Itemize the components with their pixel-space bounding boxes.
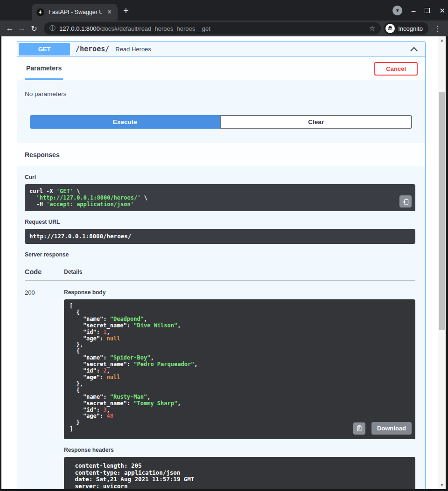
response-table-header: Code Details [25,262,415,281]
no-parameters-text: No parameters [17,80,425,115]
response-body-actions: Download [353,422,412,435]
download-button[interactable]: Download [371,422,412,435]
url-bar[interactable]: ⓘ 127.0.0.1:8000/docs#/default/read_hero… [44,22,381,35]
incognito-label: Incognito [398,25,423,32]
chevron-up-icon[interactable] [409,45,419,53]
server-response-label: Server response [25,251,415,258]
swagger-page: GET /heroes/ Read Heroes Parameters Canc… [1,36,438,489]
endpoint-path: /heroes/ [76,45,109,53]
response-row-200: 200 Response body [ { "name": "Deadpond"… [25,288,415,489]
maximize-button[interactable] [425,8,430,13]
curl-command-text: curl -X 'GET' \ 'http://127.0.0.1:8000/h… [29,188,411,207]
response-headers-text: content-length: 205 content-type: applic… [71,463,408,489]
tab-close-icon[interactable]: × [106,8,113,16]
response-headers-block: content-length: 205 content-type: applic… [64,457,415,489]
responses-header-row: Responses [17,143,425,166]
response-headers-label: Response headers [64,447,415,453]
back-button[interactable]: ← [4,24,16,33]
browser-toolbar: ← → ↻ ⓘ 127.0.0.1:8000/docs#/default/rea… [0,21,448,36]
response-body-label: Response body [64,289,415,296]
scroll-up-icon[interactable]: ▲ [438,38,446,42]
request-url-text: http://127.0.0.1:8000/heroes/ [29,233,411,240]
opblock-summary[interactable]: GET /heroes/ Read Heroes [17,41,425,57]
response-body-json: [ { "name": "Deadpond", "secret_name": "… [70,303,410,433]
request-url-label: Request URL [25,219,415,225]
parameters-header-row: Parameters Cancel [17,57,425,80]
responses-title: Responses [25,151,60,159]
curl-label: Curl [25,174,415,180]
execute-row: Execute Clear [17,115,425,129]
opblock-get-heroes: GET /heroes/ Read Heroes Parameters Canc… [17,41,426,489]
endpoint-summary: Read Heroes [115,46,151,53]
copy-response-button[interactable] [353,422,365,435]
clear-button[interactable]: Clear [220,115,413,129]
curl-command-block: curl -X 'GET' \ 'http://127.0.0.1:8000/h… [25,184,415,211]
window-controls: ▼ – ✕ [392,0,445,21]
details-column-header: Details [64,269,82,276]
url-path: /docs#/default/read_heroes_heroes__get [100,25,210,32]
url-text[interactable]: 127.0.0.1:8000/docs#/default/read_heroes… [59,25,365,32]
responses-body: Curl curl -X 'GET' \ 'http://127.0.0.1:8… [17,166,425,489]
forward-button[interactable]: → [16,24,28,33]
request-url-block: http://127.0.0.1:8000/heroes/ [25,229,415,244]
close-window-button[interactable]: ✕ [439,7,445,14]
copy-curl-button[interactable] [399,195,412,207]
new-tab-button[interactable]: + [123,6,129,15]
page-scrollbar[interactable]: ▲ ▼ [438,36,446,489]
kebab-menu-icon[interactable]: ⋮ [431,24,444,33]
method-badge[interactable]: GET [19,43,70,55]
execute-button[interactable]: Execute [30,115,220,129]
page-info-icon[interactable]: ⓘ [49,24,56,33]
browser-tab[interactable]: FastAPI - Swagger UI × [32,4,118,21]
reload-button[interactable]: ↻ [28,24,40,33]
tab-parameters[interactable]: Parameters [25,57,63,80]
page-content: GET /heroes/ Read Heroes Parameters Canc… [1,36,446,489]
minimize-button[interactable]: – [412,7,415,14]
code-column-header: Code [25,268,64,276]
bookmark-star-icon[interactable]: ☆ [369,24,375,33]
cancel-button[interactable]: Cancel [374,62,418,76]
status-code: 200 [25,288,64,489]
response-body-block: [ { "name": "Deadpond", "secret_name": "… [64,299,415,439]
scroll-down-icon[interactable]: ▼ [438,483,446,487]
fastapi-favicon-icon [36,8,44,16]
response-details: Response body [ { "name": "Deadpond", "s… [64,288,415,489]
tab-strip: FastAPI - Swagger UI × + ▼ – ✕ [0,0,448,21]
tab-search-icon[interactable]: ▼ [392,6,402,15]
scrollbar-thumb[interactable] [439,92,445,330]
url-host: 127.0.0.1:8000 [59,25,100,32]
browser-window: FastAPI - Swagger UI × + ▼ – ✕ ← → ↻ ⓘ 1… [0,0,448,491]
tab-title: FastAPI - Swagger UI [49,9,102,15]
incognito-icon [385,24,395,33]
incognito-badge: Incognito [384,22,428,35]
